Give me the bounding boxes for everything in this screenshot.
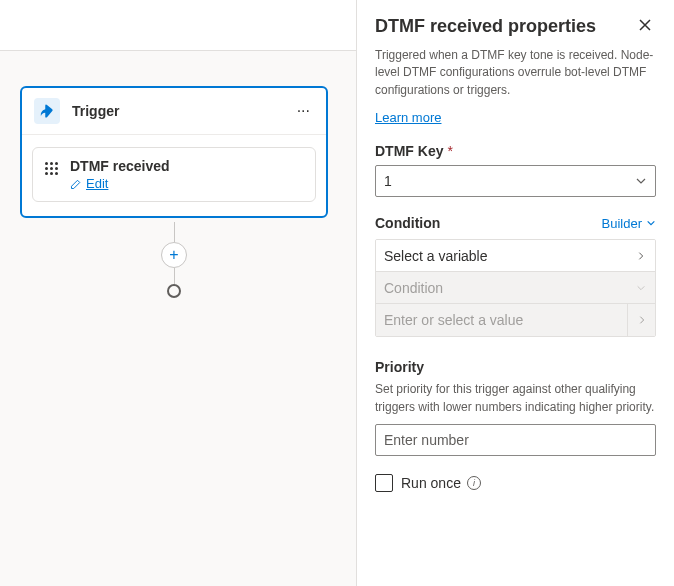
- close-icon: [638, 18, 652, 32]
- edit-link[interactable]: Edit: [70, 176, 170, 191]
- keypad-icon: [45, 162, 58, 175]
- dtmf-key-select[interactable]: 1: [375, 165, 656, 197]
- trigger-node-title: Trigger: [72, 103, 293, 119]
- end-node-icon: [167, 284, 181, 298]
- pencil-icon: [70, 178, 82, 190]
- chevron-right-icon: [627, 304, 655, 336]
- trigger-node-header: Trigger ···: [22, 88, 326, 135]
- dtmf-card-title: DTMF received: [70, 158, 170, 174]
- condition-operator-row: Condition: [376, 272, 655, 304]
- condition-builder: Select a variable Condition Enter or sel…: [375, 239, 656, 337]
- trigger-node-body: DTMF received Edit: [22, 135, 326, 216]
- flow-canvas: Trigger ··· DTMF received Edit: [0, 50, 356, 586]
- dtmf-key-label: DTMF Key*: [375, 143, 656, 159]
- add-node-button[interactable]: +: [161, 242, 187, 268]
- priority-input[interactable]: [375, 424, 656, 456]
- trigger-node[interactable]: Trigger ··· DTMF received Edit: [20, 86, 328, 218]
- condition-value-label: Enter or select a value: [384, 312, 523, 328]
- node-connector: +: [173, 222, 175, 342]
- builder-toggle[interactable]: Builder: [602, 216, 656, 231]
- run-once-row: Run once i: [375, 474, 656, 492]
- run-once-label: Run once: [401, 475, 461, 491]
- chevron-down-icon: [635, 282, 647, 294]
- edit-link-label: Edit: [86, 176, 108, 191]
- close-button[interactable]: [634, 16, 656, 37]
- select-variable-label: Select a variable: [384, 248, 488, 264]
- chevron-down-icon: [646, 218, 656, 228]
- run-once-checkbox[interactable]: [375, 474, 393, 492]
- required-indicator: *: [447, 143, 452, 159]
- more-menu-button[interactable]: ···: [293, 102, 314, 120]
- select-variable-row[interactable]: Select a variable: [376, 240, 655, 272]
- panel-description: Triggered when a DTMF key tone is receiv…: [375, 47, 656, 99]
- condition-label: Condition: [375, 215, 440, 231]
- info-icon[interactable]: i: [467, 476, 481, 490]
- priority-help-text: Set priority for this trigger against ot…: [375, 381, 656, 416]
- chevron-right-icon: [635, 250, 647, 262]
- panel-title: DTMF received properties: [375, 16, 596, 37]
- builder-label: Builder: [602, 216, 642, 231]
- priority-label: Priority: [375, 359, 656, 375]
- condition-value-row: Enter or select a value: [376, 304, 655, 336]
- properties-panel: DTMF received properties Triggered when …: [356, 0, 674, 586]
- dtmf-received-card[interactable]: DTMF received Edit: [32, 147, 316, 202]
- learn-more-link[interactable]: Learn more: [375, 110, 441, 125]
- dtmf-key-value: 1: [384, 173, 392, 189]
- condition-operator-label: Condition: [384, 280, 443, 296]
- trigger-icon: [34, 98, 60, 124]
- chevron-down-icon: [635, 175, 647, 187]
